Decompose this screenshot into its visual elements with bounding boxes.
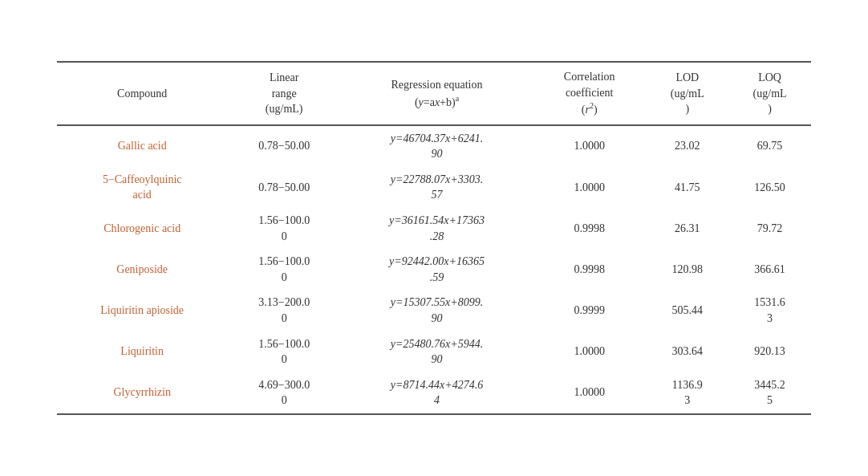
loq-val: 1531.63 — [728, 290, 811, 331]
linear-range: 4.69−300.00 — [227, 372, 341, 414]
loq-val: 126.50 — [728, 167, 811, 208]
table-row: Chlorogenic acid 1.56−100.00 y=36161.54x… — [57, 208, 811, 249]
linear-range: 0.78−50.00 — [227, 167, 341, 208]
table-wrapper: Compound Linearrange(ug/mL) Regression e… — [41, 45, 827, 431]
compound-name: Liquiritin apioside — [57, 290, 227, 331]
lod-val: 303.64 — [646, 332, 728, 372]
compound-name: Glycyrrhizin — [57, 372, 227, 414]
lod-val: 26.31 — [646, 208, 728, 249]
compound-name: Gallic acid — [57, 125, 227, 167]
linear-range: 1.56−100.00 — [227, 208, 341, 249]
loq-val: 69.75 — [728, 125, 811, 167]
regression-eq: y=25480.76x+5944.90 — [341, 332, 533, 372]
regression-eq: y=92442.00x+16365.59 — [341, 249, 533, 290]
data-table: Compound Linearrange(ug/mL) Regression e… — [57, 61, 811, 415]
table-row: Gallic acid 0.78−50.00 y=46704.37x+6241.… — [57, 125, 811, 167]
lod-val: 23.02 — [646, 125, 728, 167]
header-loq: LOQ(ug/mL) — [728, 62, 811, 124]
table-row: Geniposide 1.56−100.00 y=92442.00x+16365… — [57, 249, 811, 290]
compound-name: 5−Caffeoylquinicacid — [57, 167, 227, 208]
correlation-val: 0.9998 — [533, 208, 646, 249]
header-lod: LOD(ug/mL) — [646, 62, 728, 124]
compound-name: Liquiritin — [57, 332, 227, 372]
correlation-val: 1.0000 — [533, 125, 646, 167]
correlation-val: 0.9999 — [533, 290, 646, 331]
table-row: Glycyrrhizin 4.69−300.00 y=8714.44x+4274… — [57, 372, 811, 414]
header-regression: Regression equation(y=ax+b)a — [341, 62, 533, 124]
header-linear-range: Linearrange(ug/mL) — [227, 62, 341, 124]
correlation-val: 1.0000 — [533, 332, 646, 372]
loq-val: 3445.25 — [728, 372, 811, 414]
loq-val: 920.13 — [728, 332, 811, 372]
loq-val: 366.61 — [728, 249, 811, 290]
regression-eq: y=36161.54x+17363.28 — [341, 208, 533, 249]
regression-eq: y=15307.55x+8099.90 — [341, 290, 533, 331]
linear-range: 3.13−200.00 — [227, 290, 341, 331]
compound-name: Geniposide — [57, 249, 227, 290]
lod-val: 120.98 — [646, 249, 728, 290]
linear-range: 1.56−100.00 — [227, 249, 341, 290]
lod-val: 1136.93 — [646, 372, 728, 414]
regression-eq: y=8714.44x+4274.64 — [341, 372, 533, 414]
lod-val: 41.75 — [646, 167, 728, 208]
linear-range: 0.78−50.00 — [227, 125, 341, 167]
correlation-val: 1.0000 — [533, 167, 646, 208]
correlation-val: 1.0000 — [533, 372, 646, 414]
lod-val: 505.44 — [646, 290, 728, 331]
loq-val: 79.72 — [728, 208, 811, 249]
regression-eq: y=22788.07x+3303.57 — [341, 167, 533, 208]
header-correlation: Correlationcoefficient(r2) — [533, 62, 646, 124]
linear-range: 1.56−100.00 — [227, 332, 341, 372]
table-row: 5−Caffeoylquinicacid 0.78−50.00 y=22788.… — [57, 167, 811, 208]
header-compound: Compound — [57, 62, 227, 124]
table-row: Liquiritin apioside 3.13−200.00 y=15307.… — [57, 290, 811, 331]
table-row: Liquiritin 1.56−100.00 y=25480.76x+5944.… — [57, 332, 811, 372]
correlation-val: 0.9998 — [533, 249, 646, 290]
compound-name: Chlorogenic acid — [57, 208, 227, 249]
regression-eq: y=46704.37x+6241.90 — [341, 125, 533, 167]
